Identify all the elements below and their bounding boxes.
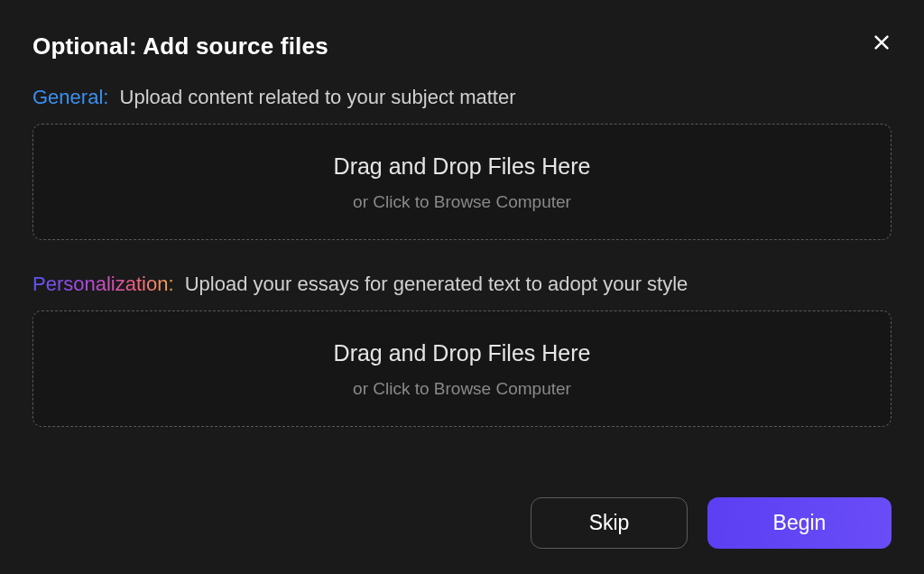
general-dropzone[interactable]: Drag and Drop Files Here or Click to Bro…	[32, 124, 892, 240]
general-section: General: Upload content related to your …	[32, 86, 892, 240]
modal-header: Optional: Add source files	[32, 32, 892, 60]
personalization-dropzone-title: Drag and Drop Files Here	[51, 340, 873, 366]
personalization-dropzone-subtitle: or Click to Browse Computer	[51, 379, 873, 399]
close-icon	[872, 32, 892, 55]
personalization-label-row: Personalization: Upload your essays for …	[32, 273, 892, 296]
personalization-section: Personalization: Upload your essays for …	[32, 273, 892, 427]
general-label: General:	[32, 86, 108, 108]
general-dropzone-title: Drag and Drop Files Here	[51, 153, 873, 180]
personalization-label: Personalization:	[32, 273, 174, 296]
modal-title: Optional: Add source files	[32, 32, 328, 60]
personalization-dropzone[interactable]: Drag and Drop Files Here or Click to Bro…	[32, 310, 892, 427]
begin-button[interactable]: Begin	[707, 497, 892, 549]
general-label-row: General: Upload content related to your …	[32, 86, 892, 109]
general-dropzone-subtitle: or Click to Browse Computer	[51, 192, 873, 212]
modal-footer: Skip Begin	[32, 490, 892, 549]
skip-button[interactable]: Skip	[531, 497, 688, 549]
personalization-description: Upload your essays for generated text to…	[185, 273, 688, 295]
close-button[interactable]	[872, 32, 892, 55]
general-description: Upload content related to your subject m…	[120, 86, 516, 108]
